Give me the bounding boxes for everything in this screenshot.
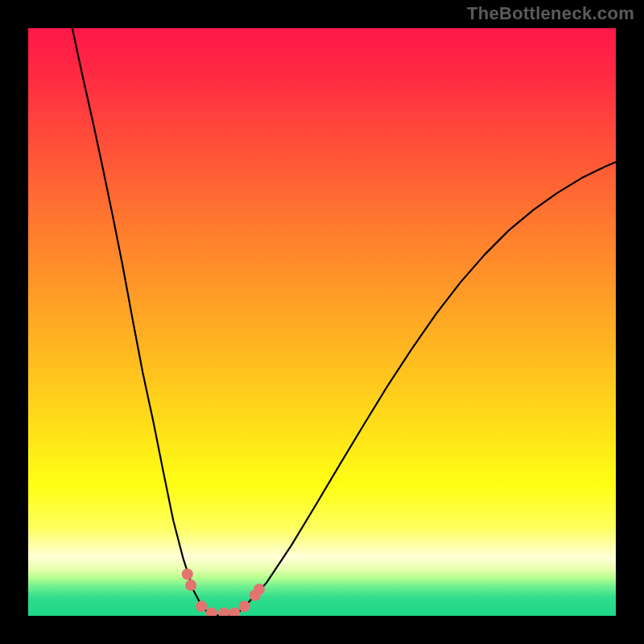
bottleneck-curve — [72, 28, 616, 616]
marker-dot — [239, 601, 250, 612]
plot-area — [28, 28, 616, 616]
marker-dot — [254, 584, 265, 595]
marker-dot — [196, 601, 207, 612]
marker-dot — [185, 580, 196, 591]
marker-dot — [218, 607, 229, 616]
marker-dot — [206, 607, 217, 616]
marker-dot — [182, 568, 193, 580]
chart-svg — [28, 28, 616, 616]
marker-dot — [229, 607, 240, 616]
outer-frame: TheBottleneck.com — [0, 0, 644, 644]
watermark-text: TheBottleneck.com — [467, 3, 634, 24]
